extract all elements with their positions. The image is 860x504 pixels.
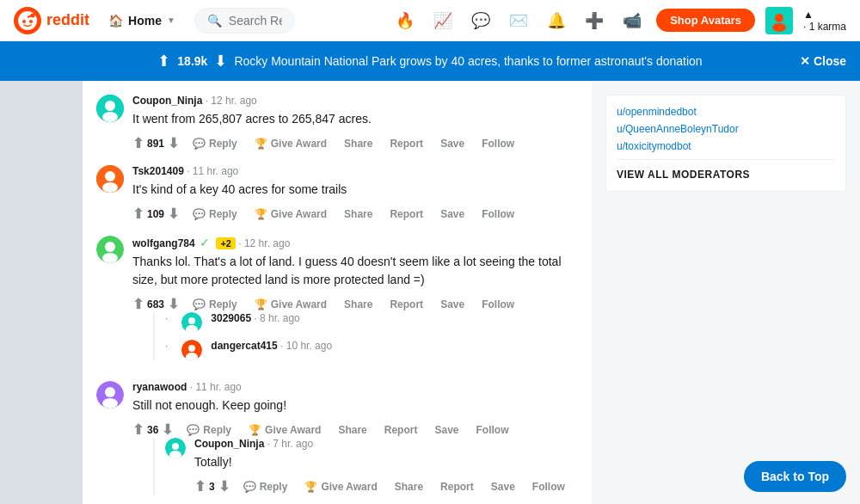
mod-link-3[interactable]: u/toxicitymodbot [617, 140, 835, 152]
share-btn-3[interactable]: Share [341, 297, 376, 312]
upvote-btn-1[interactable]: ⬆ [132, 135, 144, 151]
home-button[interactable]: 🏠 Home ▼ [100, 9, 184, 33]
reddit-logo[interactable]: reddit [14, 7, 89, 34]
time-6: 11 hr. ago [195, 381, 241, 393]
avatar-wolf [96, 236, 124, 263]
username-7[interactable]: Coupon_Ninja [194, 438, 264, 450]
moderators-box: u/openmindedbot u/QueenAnneBoleynTudor u… [605, 95, 846, 192]
share-btn-1[interactable]: Share [341, 136, 376, 151]
mod-link-2[interactable]: u/QueenAnneBoleynTudor [617, 123, 835, 135]
trending-icon[interactable]: 📈 [429, 7, 457, 34]
report-btn-2[interactable]: Report [386, 206, 427, 222]
follow-btn-3[interactable]: Follow [478, 297, 518, 312]
vote-section-2: ⬆ 109 ⬇ [132, 206, 179, 222]
comment-actions-2: ⬆ 109 ⬇ 💬Reply 🏆Give Award Share Report … [132, 206, 578, 222]
follow-btn-1[interactable]: Follow [478, 136, 518, 151]
notif-close-button[interactable]: ✕ Close [800, 54, 846, 68]
avatar-3029065 [181, 312, 202, 333]
back-to-top-button[interactable]: Back to Top [744, 461, 846, 492]
time-5: 10 hr. ago [286, 340, 332, 352]
give-award-btn-7[interactable]: 🏆Give Award [301, 479, 380, 495]
share-btn-7[interactable]: Share [391, 479, 427, 495]
search-icon: 🔍 [207, 14, 222, 28]
downvote-btn-2[interactable]: ⬇ [168, 206, 179, 222]
shop-avatars-button[interactable]: Shop Avatars [656, 9, 755, 32]
username-3[interactable]: wolfgang784 [132, 237, 195, 249]
close-label: Close [814, 54, 846, 68]
notif-message: Rocky Mountain National Park grows by 40… [234, 54, 702, 68]
save-btn-7[interactable]: Save [488, 479, 519, 495]
report-btn-7[interactable]: Report [437, 479, 477, 495]
sep-5: · [280, 340, 286, 352]
chat-icon[interactable]: 💬 [467, 7, 494, 34]
upvote-btn-6[interactable]: ⬆ [132, 421, 144, 438]
follow-btn-2[interactable]: Follow [478, 206, 518, 222]
comment-meta-3: wolfgang784 ✓ +2 · 12 hr. ago [132, 236, 578, 249]
save-btn-6[interactable]: Save [431, 422, 462, 438]
downvote-btn-1[interactable]: ⬇ [168, 135, 179, 151]
comment-meta-6: ryanawood · 11 hr. ago [132, 381, 578, 393]
follow-btn-6[interactable]: Follow [472, 422, 512, 438]
username-5[interactable]: dangercat415 [211, 340, 277, 352]
downvote-btn-6[interactable]: ⬇ [162, 421, 173, 438]
save-btn-2[interactable]: Save [437, 206, 468, 222]
search-input[interactable] [229, 14, 283, 28]
give-award-btn-2[interactable]: 🏆Give Award [251, 206, 330, 222]
comment-body-2: Tsk201409 · 11 hr. ago It's kind of a ke… [132, 165, 578, 222]
username-6[interactable]: ryanawood [132, 381, 187, 393]
reply-btn-7[interactable]: 💬Reply [240, 479, 292, 495]
follow-btn-7[interactable]: Follow [529, 479, 568, 495]
give-award-btn-1[interactable]: 🏆Give Award [251, 136, 330, 151]
reply-btn-2[interactable]: 💬Reply [189, 206, 241, 222]
video-icon[interactable]: 📹 [618, 7, 646, 34]
comment-body-5: dangercat415 · 10 hr. ago [211, 340, 578, 360]
user-avatar[interactable] [765, 7, 793, 34]
report-btn-6[interactable]: Report [381, 422, 421, 438]
avatar-dangercat [181, 340, 202, 360]
upvote-icon: ⬆ [157, 52, 170, 71]
share-btn-2[interactable]: Share [341, 206, 376, 222]
comment-actions-1: ⬆ 891 ⬇ 💬Reply 🏆Give Award Share Report … [132, 135, 578, 151]
report-btn-1[interactable]: Report [386, 136, 427, 151]
share-btn-6[interactable]: Share [335, 422, 370, 438]
svg-point-3 [29, 20, 33, 23]
username-4[interactable]: 3029065 [211, 312, 251, 324]
svg-point-19 [188, 317, 195, 324]
upvote-btn-2[interactable]: ⬆ [132, 206, 144, 222]
username-2[interactable]: Tsk201409 [132, 165, 184, 177]
add-icon[interactable]: ➕ [580, 7, 608, 34]
message-icon[interactable]: ✉️ [505, 7, 532, 34]
collapse-btn-4[interactable]: · [165, 312, 168, 333]
upvote-btn-7[interactable]: ⬆ [194, 478, 206, 495]
home-icon: 🏠 [108, 14, 123, 28]
svg-point-17 [102, 253, 118, 263]
svg-point-7 [775, 14, 783, 22]
logo-text: reddit [46, 11, 89, 29]
give-award-btn-3[interactable]: 🏆Give Award [251, 297, 330, 312]
report-btn-3[interactable]: Report [386, 297, 427, 312]
nested-reply-6: Coupon_Ninja · 7 hr. ago Totally! ⬆ 3 ⬇ [153, 438, 578, 495]
upvote-btn-3[interactable]: ⬆ [132, 296, 144, 312]
reply-btn-6[interactable]: 💬Reply [183, 422, 235, 438]
vote-count-1: 891 [147, 138, 164, 150]
comment-meta-7: Coupon_Ninja · 7 hr. ago [194, 438, 578, 450]
reply-btn-1[interactable]: 💬Reply [189, 136, 241, 151]
downvote-icon: ⬇ [214, 52, 227, 71]
give-award-btn-6[interactable]: 🏆Give Award [245, 422, 324, 438]
mod-link-1[interactable]: u/openmindedbot [617, 106, 835, 118]
notification-icon[interactable]: 🔔 [543, 7, 570, 34]
comment-7: Coupon_Ninja · 7 hr. ago Totally! ⬆ 3 ⬇ [165, 438, 578, 495]
reply-btn-3[interactable]: 💬Reply [189, 297, 241, 312]
comment-body-4: 3029065 · 8 hr. ago [211, 312, 578, 333]
search-bar[interactable]: 🔍 [194, 8, 296, 34]
vote-count-7: 3 [209, 481, 215, 493]
save-btn-1[interactable]: Save [437, 136, 468, 151]
username-1[interactable]: Coupon_Ninja [132, 95, 202, 107]
save-btn-3[interactable]: Save [437, 297, 468, 312]
downvote-btn-7[interactable]: ⬇ [218, 478, 230, 495]
view-all-mods-button[interactable]: VIEW ALL MODERATORS [617, 169, 750, 181]
collapse-btn-5[interactable]: · [165, 340, 168, 360]
downvote-btn-3[interactable]: ⬇ [168, 296, 179, 312]
popular-icon[interactable]: 🔥 [391, 7, 419, 34]
karma-info: ▲ · 1 karma [803, 9, 846, 33]
